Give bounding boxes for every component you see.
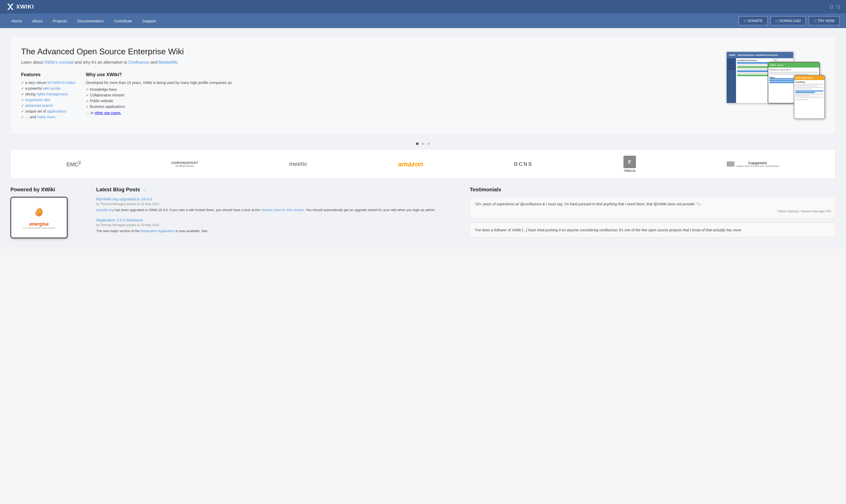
feature-rights: ✓ strong rights management bbox=[21, 92, 75, 96]
feature-responsive: responsive skin bbox=[21, 98, 75, 102]
nav-about[interactable]: About bbox=[27, 14, 48, 28]
wiki-syntax-link[interactable]: wiki syntax bbox=[43, 86, 60, 90]
phone-title: XWiki Syntax Guide bbox=[795, 77, 813, 79]
blog-feed-link[interactable]: □ bbox=[144, 188, 146, 192]
download-icon: □ bbox=[776, 19, 778, 23]
blog-post-2-title[interactable]: Replication 2.0.0 Released bbox=[96, 218, 462, 222]
nav-actions: □ DONATE □ DOWNLOAD □ TRY NOW bbox=[739, 16, 840, 25]
feature-wiki-syntax: a powerful wiki syntax bbox=[21, 86, 75, 90]
bottom-cols: Powered by XWiki bbox=[11, 187, 835, 241]
responsive-link[interactable]: responsive skin bbox=[25, 98, 51, 102]
ss-list-item bbox=[737, 66, 771, 68]
use-cases-list: Knowledge base Collaborative intranet Pu… bbox=[86, 87, 233, 109]
energisa-logo: energisa LUZ. IMAGINAÇÃO. REALIZAÇÃO. bbox=[22, 206, 56, 229]
logo-chronopost: CHRONOPOST INTERNATIONAL bbox=[171, 161, 198, 167]
donate-icon: □ bbox=[744, 19, 746, 23]
donate-label: DONATE bbox=[748, 19, 762, 23]
ss-list-item bbox=[737, 70, 771, 72]
phone-heading: Formatting bbox=[795, 81, 823, 83]
download-button[interactable]: □ DOWNLOAD bbox=[770, 16, 806, 25]
testimonial-1: "10+ years of experience w/ @confluence … bbox=[470, 197, 835, 219]
ss-nav-item bbox=[727, 62, 735, 64]
blog-post-1-meta: by Thomas Mortagne posted on 31 May 2024 bbox=[96, 202, 462, 206]
ss-nav-item bbox=[727, 65, 735, 67]
feature-applications: unique set of applications bbox=[21, 109, 75, 113]
phone-line bbox=[795, 90, 823, 91]
logo[interactable]: XWIKI bbox=[6, 3, 34, 11]
carousel-dot-2[interactable] bbox=[422, 142, 424, 145]
logo-fidelia: F FIDELIA bbox=[624, 156, 636, 172]
screenshot-header: XWIKI Administration: Installed Extensio… bbox=[727, 52, 793, 58]
advanced-search-link[interactable]: advanced search bbox=[25, 104, 53, 108]
phone-content: Formatting General Remarks bbox=[794, 80, 824, 101]
screenshot-phone: XWiki Syntax Guide Formatting General bbox=[794, 75, 825, 119]
blog-post-2: Replication 2.0.0 Released by Thomas Mor… bbox=[96, 218, 462, 234]
nav-support[interactable]: Support bbox=[137, 14, 161, 28]
testimonial-1-author: Patrick Masson, General Manager OSI bbox=[474, 209, 831, 214]
svg-marker-0 bbox=[7, 4, 14, 10]
replication-app-link[interactable]: Replication Application bbox=[141, 229, 175, 233]
topbar-icon-1[interactable]: □ bbox=[830, 4, 833, 10]
screenshot-title: XWIKI Administration: Installed Extensio… bbox=[729, 54, 778, 56]
ss-list-item bbox=[737, 64, 771, 66]
features-title: Features bbox=[21, 72, 75, 77]
carousel-dot-1[interactable] bbox=[416, 142, 418, 145]
carousel-dot-3[interactable] bbox=[428, 142, 430, 145]
hero-right: XWIKI Administration: Installed Extensio… bbox=[726, 47, 825, 124]
tablet-line bbox=[769, 72, 818, 73]
donate-button[interactable]: □ DONATE bbox=[739, 16, 768, 25]
wysiwyg-link[interactable]: WYSIWYG editor bbox=[47, 80, 75, 85]
xwiki-concept-link[interactable]: XWiki's concept bbox=[44, 60, 74, 65]
testimonial-2-quote: "I've been a follower of XWiki [...] hav… bbox=[474, 228, 741, 232]
logo-capgemini: Capgemini CONNECTING TECHNOLOGY, ENTERPR… bbox=[727, 161, 779, 167]
powered-tablet-inner: energisa LUZ. IMAGINAÇÃO. REALIZAÇÃO. bbox=[11, 198, 67, 238]
ss-nav-item bbox=[727, 59, 735, 61]
blog-title: Latest Blog Posts □ bbox=[96, 187, 462, 193]
subtitle-prefix: Learn about bbox=[21, 60, 44, 65]
mediawiki-link[interactable]: MediaWiki bbox=[159, 60, 178, 65]
other-use-cases: … or other use cases. bbox=[86, 111, 233, 115]
logos-section: EMC2 CHRONOPOST INTERNATIONAL meℯtic ama… bbox=[11, 149, 835, 179]
top-bar: XWIKI □ □ bbox=[0, 0, 846, 14]
try-now-icon: □ bbox=[814, 19, 816, 23]
blog-post-1-title[interactable]: MyXWiki.org upgraded to 16.4.0 bbox=[96, 197, 462, 201]
try-now-button[interactable]: □ TRY NOW bbox=[809, 16, 840, 25]
phone-line bbox=[795, 95, 809, 96]
features-col: Features a very robust WYSIWYG editor a … bbox=[21, 72, 75, 121]
topbar-icon-2[interactable]: □ bbox=[837, 4, 840, 10]
hero-subtitle: Learn about XWiki's concept and why it's… bbox=[21, 60, 716, 65]
why-xwiki-col: Why use XWiki? Developed for more than 1… bbox=[86, 72, 233, 121]
tablet-welcome: Welcome to your wiki ✦ bbox=[769, 69, 818, 71]
tablet-header: XWIKI Home bbox=[768, 62, 819, 68]
blog-post-2-meta: by Thomas Mortagne posted on 30 May 2024 bbox=[96, 223, 462, 227]
many-more-link[interactable]: many more. bbox=[37, 115, 56, 119]
confluence-link[interactable]: Confluence bbox=[128, 60, 149, 65]
myxwiki-link[interactable]: myxwiki.org bbox=[96, 208, 114, 212]
phone-line bbox=[795, 94, 823, 95]
try-now-label: TRY NOW bbox=[817, 19, 834, 23]
powered-tablet: energisa LUZ. IMAGINAÇÃO. REALIZAÇÃO. bbox=[11, 197, 68, 238]
nav-documentation[interactable]: Documentation bbox=[72, 14, 109, 28]
use-case-business: Business applications bbox=[86, 105, 233, 109]
logo-emc: EMC2 bbox=[66, 160, 80, 168]
release-notes-link[interactable]: release notes for this version bbox=[261, 208, 304, 212]
col-powered-by: Powered by XWiki bbox=[11, 187, 88, 241]
phone-general-remarks: General Remarks bbox=[795, 99, 823, 100]
nav-home[interactable]: Home bbox=[6, 14, 27, 28]
col-blog: Latest Blog Posts □ MyXWiki.org upgraded… bbox=[96, 187, 462, 241]
why-xwiki-intro: Developed for more than 10 years, XWiki … bbox=[86, 80, 233, 85]
features-grid: Features a very robust WYSIWYG editor a … bbox=[21, 72, 716, 121]
energisa-icon bbox=[33, 206, 46, 219]
use-case-kb: Knowledge base bbox=[86, 87, 233, 91]
feature-advanced-search: advanced search bbox=[21, 104, 75, 108]
logo-dcns: DCNS bbox=[514, 161, 533, 167]
testimonial-1-quote: "10+ years of experience w/ @confluence … bbox=[474, 202, 700, 206]
hero-section: The Advanced Open Source Enterprise Wiki… bbox=[11, 36, 835, 134]
ss-list-item bbox=[737, 73, 771, 74]
applications-link[interactable]: applications bbox=[47, 109, 66, 113]
rights-link[interactable]: rights management bbox=[36, 92, 68, 96]
other-use-cases-link[interactable]: other use cases. bbox=[95, 111, 121, 115]
xwiki-logo-icon bbox=[6, 3, 15, 11]
nav-projects[interactable]: Projects bbox=[48, 14, 72, 28]
nav-contribute[interactable]: Contribute bbox=[109, 14, 137, 28]
